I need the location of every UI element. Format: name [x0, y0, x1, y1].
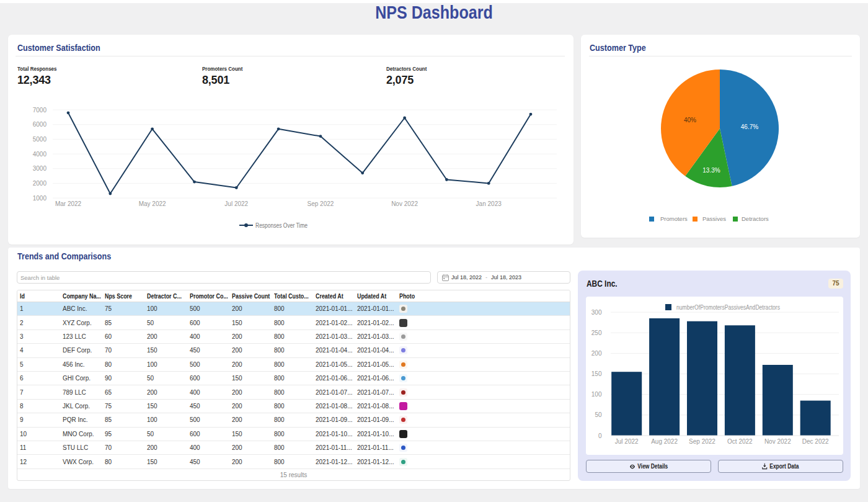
svg-text:50: 50: [595, 411, 602, 418]
svg-text:May 2022: May 2022: [139, 200, 166, 207]
svg-text:0: 0: [598, 433, 602, 439]
svg-text:numberOfPromotersPassivesAndDe: numberOfPromotersPassivesAndDetractors: [676, 304, 780, 311]
svg-text:Jul 2022: Jul 2022: [224, 200, 248, 207]
svg-text:Sep 2022: Sep 2022: [308, 200, 334, 207]
svg-text:100: 100: [591, 391, 602, 398]
svg-text:Nov 2022: Nov 2022: [764, 438, 791, 445]
svg-text:Aug 2022: Aug 2022: [651, 438, 678, 445]
svg-text:300: 300: [591, 309, 602, 316]
svg-text:1000: 1000: [33, 195, 47, 202]
svg-text:4000: 4000: [33, 151, 47, 158]
svg-text:Oct 2022: Oct 2022: [727, 438, 753, 445]
svg-text:5000: 5000: [33, 136, 47, 143]
svg-text:3000: 3000: [33, 165, 47, 172]
svg-text:Responses Over Time: Responses Over Time: [255, 222, 308, 229]
svg-text:Sep 2022: Sep 2022: [689, 438, 715, 445]
svg-text:200: 200: [591, 350, 602, 357]
svg-text:6000: 6000: [33, 121, 47, 128]
svg-text:150: 150: [591, 370, 602, 377]
svg-text:Dec 2022: Dec 2022: [802, 438, 829, 445]
svg-text:Jul 2022: Jul 2022: [615, 438, 639, 445]
svg-text:Jan 2023: Jan 2023: [476, 200, 502, 207]
svg-text:250: 250: [591, 329, 602, 336]
svg-text:2000: 2000: [33, 180, 47, 187]
svg-text:7000: 7000: [33, 107, 47, 114]
svg-text:Mar 2022: Mar 2022: [55, 200, 82, 207]
svg-text:Nov 2022: Nov 2022: [391, 200, 418, 207]
